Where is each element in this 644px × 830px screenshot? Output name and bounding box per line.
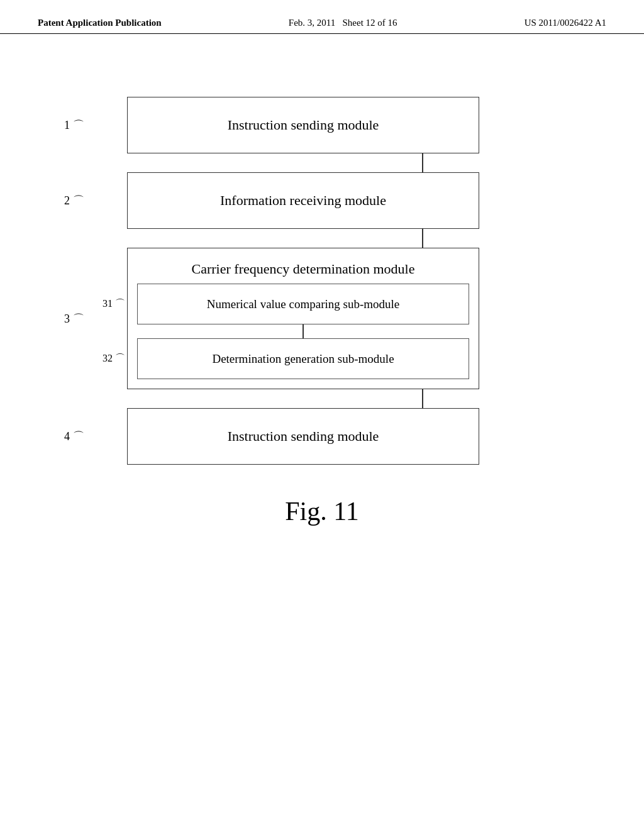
main-content: 1 ⌒ Instruction sending module 2 ⌒ Infor… xyxy=(0,34,644,526)
connector-2-3 xyxy=(422,229,423,248)
page-header: Patent Application Publication Feb. 3, 2… xyxy=(0,0,644,34)
module-3-text: Carrier frequency determination module xyxy=(137,256,469,284)
module-box-2: Information receiving module xyxy=(127,172,479,229)
module-row-1: 1 ⌒ Instruction sending module xyxy=(102,97,542,153)
figure-label: Fig. 11 xyxy=(285,496,358,526)
submodule-box-31: Numerical value comparing sub-module xyxy=(137,284,469,324)
sub-connector-31-32 xyxy=(303,324,304,338)
module-label-3: 3 ⌒ xyxy=(64,311,84,326)
module-box-3: Carrier frequency determination module 3… xyxy=(127,248,479,389)
date-text: Feb. 3, 2011 xyxy=(289,18,343,28)
date-label: Feb. 3, 2011 Sheet 12 of 16 xyxy=(289,18,397,28)
module-label-4: 4 ⌒ xyxy=(64,429,84,444)
module-row-3: 3 ⌒ Carrier frequency determination modu… xyxy=(102,248,542,389)
module-box-1: Instruction sending module xyxy=(127,97,479,153)
module-row-2: 2 ⌒ Information receiving module xyxy=(102,172,542,229)
submodule-label-31: 31 ⌒ xyxy=(103,297,125,311)
module-box-4: Instruction sending module xyxy=(127,408,479,465)
module-label-1: 1 ⌒ xyxy=(64,118,84,133)
module-2-text: Information receiving module xyxy=(220,192,386,209)
submodule-row-32: 32 ⌒ Determination generation sub-module xyxy=(137,338,469,379)
publication-label: Patent Application Publication xyxy=(38,18,162,28)
submodule-label-32: 32 ⌒ xyxy=(103,352,125,365)
module-label-2: 2 ⌒ xyxy=(64,193,84,208)
connector-1-2 xyxy=(422,153,423,172)
diagram: 1 ⌒ Instruction sending module 2 ⌒ Infor… xyxy=(102,97,542,526)
submodule-32-text: Determination generation sub-module xyxy=(212,352,394,366)
sheet-text: Sheet 12 of 16 xyxy=(343,18,397,28)
connector-3-4 xyxy=(422,389,423,408)
module-1-text: Instruction sending module xyxy=(228,117,379,133)
module-4-text: Instruction sending module xyxy=(228,428,379,445)
submodule-row-31: 31 ⌒ Numerical value comparing sub-modul… xyxy=(137,284,469,324)
submodule-31-text: Numerical value comparing sub-module xyxy=(207,297,400,311)
module-row-4: 4 ⌒ Instruction sending module xyxy=(102,408,542,465)
submodule-box-32: Determination generation sub-module xyxy=(137,338,469,379)
patent-number: US 2011/0026422 A1 xyxy=(525,18,606,28)
